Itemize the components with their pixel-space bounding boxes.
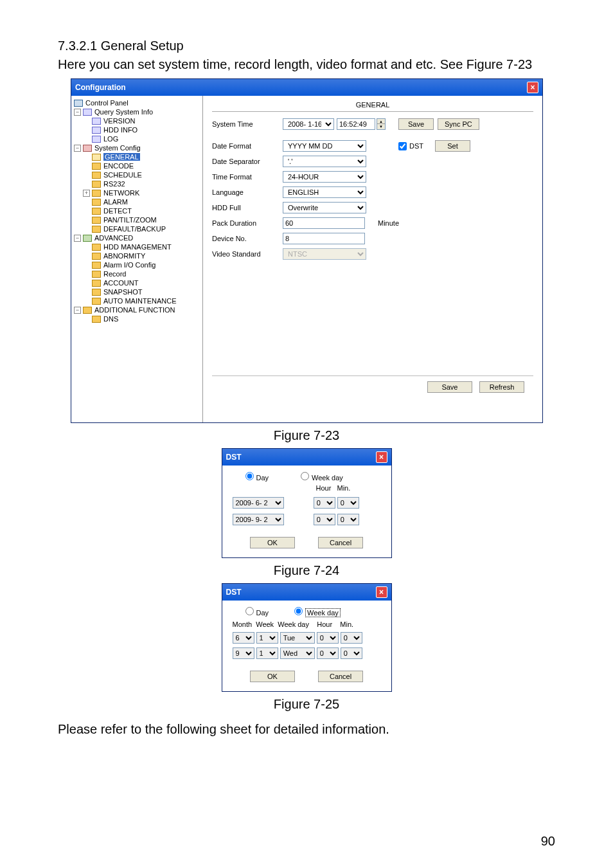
save-time-button[interactable]: Save xyxy=(398,118,434,130)
dst1-h1[interactable]: 0 xyxy=(314,497,335,509)
window-title: Configuration xyxy=(75,83,126,92)
dst1-title: DST xyxy=(226,453,242,462)
tree-addfn[interactable]: −ADDITIONAL FUNCTION xyxy=(74,305,200,314)
dst-dialog-week: DST × Day Week day Month Week Week day H… xyxy=(222,583,392,692)
dst1-m2[interactable]: 0 xyxy=(337,514,359,525)
close-icon[interactable]: × xyxy=(527,82,538,93)
spin-up-icon[interactable]: ▲ xyxy=(377,119,385,124)
dst1-date2[interactable]: 2009- 9- 2 xyxy=(233,514,284,525)
hddfull-select[interactable]: Overwrite xyxy=(283,202,366,213)
tree-general[interactable]: GENERAL xyxy=(74,152,200,161)
date-select[interactable]: 2008- 1-16 xyxy=(283,118,334,130)
syncpc-button[interactable]: Sync PC xyxy=(438,118,479,130)
section-heading: 7.3.2.1 General Setup xyxy=(58,39,555,53)
tree-version[interactable]: VERSION xyxy=(74,116,200,125)
refresh-button[interactable]: Refresh xyxy=(479,381,524,393)
tree-sysconfig[interactable]: −System Config xyxy=(74,143,200,152)
cancel-button[interactable]: Cancel xyxy=(318,671,363,682)
datefmt-select[interactable]: YYYY MM DD xyxy=(283,140,366,152)
close-icon[interactable]: × xyxy=(376,586,387,598)
nav-tree: Control Panel −Query System Info VERSION… xyxy=(71,96,203,422)
tree-alarmio[interactable]: Alarm I/O Config xyxy=(74,260,200,269)
tree-encode[interactable]: ENCODE xyxy=(74,161,200,170)
packdur-input[interactable] xyxy=(283,217,365,229)
tree-hddmgmt[interactable]: HDD MANAGEMENT xyxy=(74,242,200,251)
folder-icon xyxy=(92,298,101,305)
ok-button[interactable]: OK xyxy=(250,671,295,682)
r2-hour[interactable]: 0 xyxy=(317,647,339,659)
tree-rs232[interactable]: RS232 xyxy=(74,179,200,188)
tree-advanced[interactable]: −ADVANCED xyxy=(74,233,200,242)
devno-input[interactable] xyxy=(283,233,365,244)
ok-button[interactable]: OK xyxy=(250,537,295,548)
tree-schedule[interactable]: SCHEDULE xyxy=(74,170,200,179)
tree-root[interactable]: Control Panel xyxy=(74,98,200,107)
lang-select[interactable]: ENGLISH xyxy=(283,186,366,198)
folder-icon xyxy=(92,172,101,179)
time-input[interactable] xyxy=(337,118,375,130)
weekday-radio[interactable]: Week day xyxy=(294,607,341,617)
collapse-icon[interactable]: − xyxy=(74,145,81,152)
panel-title: GENERAL xyxy=(212,101,533,109)
folder-icon xyxy=(92,262,101,269)
r2-weekday[interactable]: Wed xyxy=(280,647,315,659)
tree-abnormity[interactable]: ABNORMITY xyxy=(74,251,200,260)
dst1-h2[interactable]: 0 xyxy=(314,514,335,525)
min-label: Min. xyxy=(337,484,351,492)
spin-down-icon[interactable]: ▼ xyxy=(377,124,385,129)
lang-label: Language xyxy=(212,188,283,196)
titlebar: Configuration × xyxy=(71,79,542,96)
r1-week[interactable]: 1 xyxy=(256,632,278,644)
tree-record[interactable]: Record xyxy=(74,269,200,278)
r1-hour[interactable]: 0 xyxy=(317,632,339,644)
r2-min[interactable]: 0 xyxy=(341,647,362,659)
folder-icon xyxy=(92,208,101,215)
weekday-hdr: Week day xyxy=(278,620,309,628)
dst-checkbox[interactable] xyxy=(398,142,407,150)
r2-week[interactable]: 1 xyxy=(256,647,278,659)
folder-open-icon xyxy=(92,154,101,161)
tree-account[interactable]: ACCOUNT xyxy=(74,278,200,287)
datesep-label: Date Separator xyxy=(212,158,283,165)
dst-set-button[interactable]: Set xyxy=(435,140,470,152)
close-icon[interactable]: × xyxy=(376,451,387,463)
tree-qsi[interactable]: −Query System Info xyxy=(74,107,200,116)
tree-ptz[interactable]: PAN/TILT/ZOOM xyxy=(74,215,200,224)
dst-label: DST xyxy=(409,142,423,150)
r1-month[interactable]: 6 xyxy=(233,632,254,644)
day-radio[interactable]: Day xyxy=(245,607,269,617)
hour-hdr: Hour xyxy=(317,620,332,628)
tree-network[interactable]: +NETWORK xyxy=(74,188,200,197)
dst1-date1[interactable]: 2009- 6- 2 xyxy=(233,497,284,509)
tree-automaint[interactable]: AUTO MAINTENANCE xyxy=(74,296,200,305)
tools-icon xyxy=(83,145,92,152)
tree-log[interactable]: LOG xyxy=(74,134,200,143)
folder-icon xyxy=(92,199,101,206)
folder-icon xyxy=(92,244,101,251)
datesep-select[interactable]: '.' xyxy=(283,156,366,167)
r1-weekday[interactable]: Tue xyxy=(280,632,315,644)
vidstd-select: NTSC xyxy=(283,248,366,260)
timefmt-select[interactable]: 24-HOUR xyxy=(283,171,366,183)
tree-snapshot[interactable]: SNAPSHOT xyxy=(74,287,200,296)
collapse-icon[interactable]: − xyxy=(74,109,81,116)
expand-icon[interactable]: + xyxy=(83,190,90,197)
tree-detect[interactable]: DETECT xyxy=(74,206,200,215)
tree-alarm[interactable]: ALARM xyxy=(74,197,200,206)
dst-dialog-day: DST × Day Week day Hour Min. 2009- 6- 2 … xyxy=(222,448,392,558)
collapse-icon[interactable]: − xyxy=(74,235,81,242)
tree-defbk[interactable]: DEFAULT/BACKUP xyxy=(74,224,200,233)
hour-label: Hour xyxy=(316,484,332,492)
dst1-m1[interactable]: 0 xyxy=(337,497,359,509)
cancel-button[interactable]: Cancel xyxy=(318,537,363,548)
tree-dns[interactable]: DNS xyxy=(74,314,200,323)
collapse-icon[interactable]: − xyxy=(74,307,81,314)
tree-hddinfo[interactable]: HDD INFO xyxy=(74,125,200,134)
gear-icon xyxy=(83,235,92,242)
day-radio[interactable]: Day xyxy=(245,472,269,482)
r1-min[interactable]: 0 xyxy=(341,632,362,644)
r2-month[interactable]: 9 xyxy=(233,647,254,659)
save-button[interactable]: Save xyxy=(427,381,472,393)
weekday-radio[interactable]: Week day xyxy=(301,472,343,482)
time-spinner[interactable]: ▲▼ xyxy=(377,118,386,130)
